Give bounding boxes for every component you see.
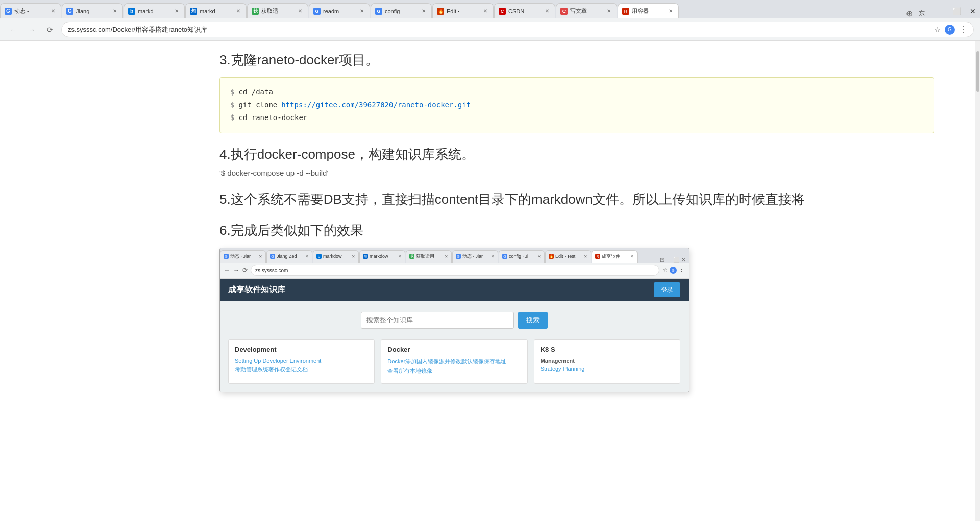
inner-cat-item-dev-1[interactable]: Setting Up Developer Environment — [235, 358, 368, 364]
inner-tab-5: 获 获取适用 ✕ — [406, 250, 452, 263]
tab-3[interactable]: b markd ✕ — [124, 3, 185, 18]
tab-close-1[interactable]: ✕ — [50, 8, 57, 15]
tab-label-10: 写文章 — [570, 7, 603, 15]
window-controls: — ⬜ ✕ — [933, 4, 980, 18]
inner-kb-header: 成享软件知识库 登录 — [220, 279, 689, 301]
inner-cat-item-dev-2[interactable]: 考勤管理系统著作权登记文档 — [235, 366, 368, 373]
tab-favicon-11: R — [622, 8, 629, 15]
section4-title: 4.执行docker-compose，构建知识库系统。 — [219, 146, 934, 163]
tab-close-4[interactable]: ✕ — [235, 8, 242, 15]
tab-9[interactable]: C CSDN ✕ — [494, 3, 555, 18]
forward-button[interactable]: → — [24, 22, 39, 37]
browser-controls: ← → ⟳ zs.sysssc.com/Docker/用容器搭建raneto知识… — [0, 18, 980, 41]
new-tab-icon[interactable]: ⊕ — [906, 9, 913, 18]
tab-favicon-4: 知 — [190, 8, 197, 15]
code-cmd-1: cd /data — [238, 86, 273, 99]
tab-favicon-6: G — [313, 8, 321, 15]
tab-close-9[interactable]: ✕ — [544, 8, 551, 15]
tab-label-6: readm — [323, 8, 356, 14]
code-cmd-3: cd raneto-docker — [238, 111, 307, 124]
scrollbar-thumb[interactable] — [976, 51, 979, 92]
inner-sub-item-strategy[interactable]: Strategy Planning — [541, 366, 674, 372]
inner-minimize-icon: — — [666, 257, 671, 263]
tab-label-8: Edit · — [447, 8, 480, 14]
inner-sub-title-management: Management — [541, 358, 674, 364]
tab-8[interactable]: 🔥 Edit · ✕ — [432, 3, 494, 18]
close-button[interactable]: ✕ — [966, 4, 980, 18]
inner-category-k8s: K8 S Management Strategy Planning — [534, 339, 680, 384]
inner-login-button[interactable]: 登录 — [654, 282, 680, 297]
inner-tab-4: 知 markdow ✕ — [359, 250, 405, 263]
tab-close-2[interactable]: ✕ — [111, 8, 118, 15]
browser-frame: G 动态 - ✕ G Jiang ✕ b markd ✕ 知 markd ✕ — [0, 0, 980, 521]
minimize-button[interactable]: — — [933, 4, 947, 18]
tab-favicon-9: C — [499, 8, 506, 15]
tab-4[interactable]: 知 markd ✕ — [185, 3, 247, 18]
tab-7[interactable]: G config ✕ — [371, 3, 432, 18]
inner-category-docker: Docker Docker添加国内镜像源并修改默认镜像保存地址 查看所有本地镜像 — [381, 339, 527, 384]
inner-tab-close-1: ✕ — [259, 254, 262, 259]
tab-6[interactable]: G readm ✕ — [309, 3, 370, 18]
tabs-container: G 动态 - ✕ G Jiang ✕ b markd ✕ 知 markd ✕ — [0, 3, 902, 18]
inner-tab-label-4: markdow — [370, 254, 397, 259]
inner-tab-favicon-5: 获 — [409, 254, 414, 259]
section3-title: 3.克隆raneto-docker项目。 — [219, 51, 934, 69]
tab-label-4: markd — [200, 8, 233, 14]
tab-close-11[interactable]: ✕ — [667, 8, 674, 15]
section4-subtitle: '$ docker-compose up -d --build' — [219, 169, 934, 177]
inner-forward-button: → — [233, 267, 239, 274]
inner-tab-3: b markdow ✕ — [313, 250, 359, 263]
tab-11[interactable]: R 用容器 ✕ — [618, 3, 679, 18]
inner-tab-close-2: ✕ — [305, 254, 309, 259]
tab-favicon-10: C — [560, 8, 568, 15]
section6-title: 6.完成后类似如下的效果 — [219, 222, 934, 240]
inner-tabs: G 动态 · Jiar ✕ G Jiang Zed ✕ b markdow — [220, 250, 660, 263]
code-url: https://gitee.com/39627020/raneto-docker… — [281, 99, 471, 111]
tab-close-3[interactable]: ✕ — [173, 8, 180, 15]
inner-tab-favicon-1: G — [224, 254, 229, 259]
inner-url: zs.sysssc.com — [255, 268, 288, 273]
inner-tab-favicon-3: b — [316, 254, 322, 259]
tab-label-2: Jiang — [76, 8, 109, 14]
inner-tab-label-1: 动态 · Jiar — [230, 253, 258, 260]
section5-title: 5.这个系统不需要DB支持，直接扫描content目录下的markdown文件。… — [219, 190, 934, 209]
inner-cat-item-docker-1[interactable]: Docker添加国内镜像源并修改默认镜像保存地址 — [387, 358, 521, 365]
tab-close-10[interactable]: ✕ — [605, 8, 612, 15]
maximize-button[interactable]: ⬜ — [949, 4, 964, 18]
tab-close-8[interactable]: ✕ — [482, 8, 489, 15]
more-options-icon[interactable]: ⋮ — [959, 25, 967, 34]
reload-button[interactable]: ⟳ — [43, 22, 57, 37]
inner-tab-label-8: Edit · Test — [555, 254, 583, 259]
tab-2[interactable]: G Jiang ✕ — [62, 3, 123, 18]
back-button[interactable]: ← — [6, 22, 20, 37]
inner-tab-favicon-2: G — [270, 254, 275, 259]
tab-favicon-8: 🔥 — [437, 8, 444, 15]
tab-1[interactable]: G 动态 - ✕ — [0, 3, 61, 18]
bookmark-icon[interactable]: ☆ — [934, 26, 941, 34]
inner-tab-9: R 成享软件 ✕ — [592, 250, 638, 263]
tab-10[interactable]: C 写文章 ✕ — [556, 3, 617, 18]
main-content: 3.克隆raneto-docker项目。 $ cd /data $ git cl… — [0, 41, 975, 521]
inner-tab-label-6: 动态 · Jiar — [462, 253, 490, 260]
inner-search-button[interactable]: 搜索 — [518, 312, 548, 329]
inner-tab-label-7: config · Ji — [509, 254, 536, 259]
tab-5[interactable]: 获 获取适 ✕ — [247, 3, 308, 18]
tab-close-6[interactable]: ✕ — [358, 8, 365, 15]
inner-window-controls: ⊡ — ⬜ ✕ — [660, 257, 689, 263]
tab-close-5[interactable]: ✕ — [297, 8, 304, 15]
tab-favicon-1: G — [5, 8, 12, 15]
inner-cat-item-docker-2[interactable]: 查看所有本地镜像 — [387, 367, 521, 375]
scrollbar[interactable] — [975, 41, 980, 521]
tab-close-7[interactable]: ✕ — [420, 8, 427, 15]
inner-tab-close-3: ✕ — [352, 254, 355, 259]
inner-resize-icon: ⊡ — [660, 257, 664, 263]
inner-tab-label-2: Jiang Zed — [277, 254, 304, 259]
inner-addr-icons: ☆ G ⋮ — [663, 267, 684, 274]
tab-favicon-5: 获 — [252, 8, 259, 15]
inner-tab-close-9: ✕ — [630, 254, 634, 259]
inner-back-button: ← — [224, 267, 230, 274]
inner-search-input[interactable] — [361, 312, 514, 329]
inner-cat-title-docker: Docker — [387, 346, 521, 353]
address-bar[interactable]: zs.sysssc.com/Docker/用容器搭建raneto知识库 ☆ G … — [61, 22, 974, 37]
tab-label-3: markd — [138, 8, 171, 14]
